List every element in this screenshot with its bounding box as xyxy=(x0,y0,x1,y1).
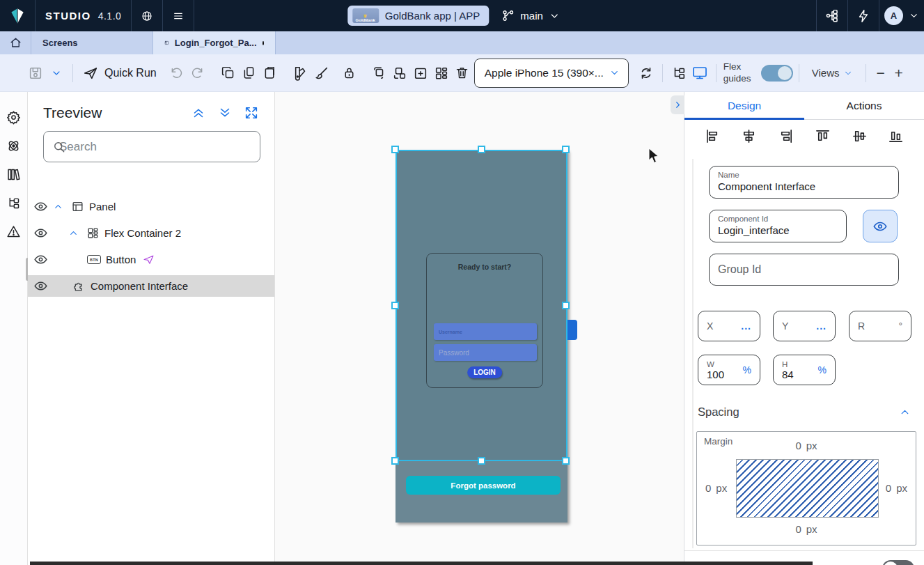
align-center-vertical-button[interactable] xyxy=(851,127,868,144)
settings-rail-button[interactable] xyxy=(6,109,22,125)
spacing-section-header[interactable]: Spacing xyxy=(698,405,911,419)
zoom-in-button[interactable]: + xyxy=(890,65,908,82)
configured-attributes-toggle[interactable] xyxy=(882,560,914,565)
margin-right-value[interactable]: 0px xyxy=(886,482,907,494)
login-card[interactable]: Ready to start? Username Password LOGIN xyxy=(426,253,543,388)
chevron-up-icon[interactable] xyxy=(68,228,79,238)
library-rail-button[interactable] xyxy=(6,166,22,183)
language-button[interactable] xyxy=(132,0,162,31)
warnings-rail-button[interactable] xyxy=(6,223,22,240)
y-field[interactable]: Y ... xyxy=(773,311,836,341)
copy-button[interactable] xyxy=(218,63,239,84)
selection-handle-w[interactable] xyxy=(391,302,399,309)
treeview-toggle-button[interactable] xyxy=(668,63,689,84)
chevron-up-icon[interactable] xyxy=(899,406,911,418)
redo-button[interactable] xyxy=(187,63,208,84)
name-field[interactable]: Name Component Interface xyxy=(709,166,899,199)
selected-component-interface[interactable]: Ready to start? Username Password LOGIN xyxy=(396,150,567,461)
integrations-button[interactable] xyxy=(817,0,847,31)
tab-actions[interactable]: Actions xyxy=(804,92,924,119)
align-center-horizontal-button[interactable] xyxy=(741,127,758,144)
branch-selector[interactable]: main xyxy=(501,9,560,22)
visibility-eye-icon[interactable] xyxy=(33,199,48,214)
width-field[interactable]: W 100 % xyxy=(698,355,760,385)
expand-panel-button[interactable] xyxy=(244,105,259,121)
align-right-button[interactable] xyxy=(778,127,794,144)
paste-button[interactable] xyxy=(260,63,281,84)
tab-design[interactable]: Design xyxy=(684,92,804,119)
forgot-password-button[interactable]: Forgot password xyxy=(406,476,561,495)
chevron-up-icon[interactable] xyxy=(53,201,63,212)
tree-item-panel[interactable]: Panel xyxy=(28,196,274,217)
search-input[interactable] xyxy=(59,132,275,162)
tree-item-button[interactable]: BTN Button xyxy=(28,249,274,270)
theme-styles-button[interactable] xyxy=(290,63,311,84)
studio-logo[interactable] xyxy=(0,0,35,31)
save-options-button[interactable] xyxy=(46,63,67,84)
home-button[interactable] xyxy=(0,31,31,54)
ungroup-button[interactable] xyxy=(389,63,410,84)
zoom-out-button[interactable]: − xyxy=(872,65,890,82)
phone-screen-mockup[interactable]: Forgot password Ready to start? Username… xyxy=(396,150,567,523)
align-left-button[interactable] xyxy=(704,127,721,144)
treeview-title: Treeview xyxy=(43,105,102,121)
treeview-search[interactable] xyxy=(43,131,260,162)
margin-left-value[interactable]: 0px xyxy=(705,482,727,494)
collapse-all-button[interactable] xyxy=(191,105,206,121)
save-button[interactable] xyxy=(25,63,46,84)
selection-handle-e[interactable] xyxy=(562,302,570,309)
add-container-button[interactable] xyxy=(410,63,431,84)
undo-button[interactable] xyxy=(166,63,187,84)
refresh-button[interactable] xyxy=(636,63,657,84)
format-painter-button[interactable] xyxy=(311,63,332,84)
collapse-inspector-button[interactable] xyxy=(671,95,684,114)
inspector-scrollbar-track[interactable] xyxy=(692,159,694,548)
expand-all-button[interactable] xyxy=(217,105,233,121)
tab-screens[interactable]: Screens xyxy=(31,31,153,54)
visibility-eye-icon[interactable] xyxy=(33,252,48,267)
height-field[interactable]: H 84 % xyxy=(773,355,836,385)
margin-bottom-value[interactable]: 0px xyxy=(795,523,817,535)
device-selector[interactable]: Apple iPhone 15 (390×... xyxy=(474,59,629,88)
group-button[interactable] xyxy=(368,63,389,84)
preview-monitor-button[interactable] xyxy=(689,63,710,84)
selection-handle-s[interactable] xyxy=(478,457,485,465)
tree-item-component-interface[interactable]: Component Interface xyxy=(28,275,274,297)
group-id-field[interactable]: Group Id xyxy=(709,254,899,286)
tree-item-flex-container[interactable]: Flex Container 2 xyxy=(28,222,274,244)
password-field[interactable]: Password xyxy=(434,344,537,361)
selection-handle-n[interactable] xyxy=(478,146,485,153)
x-field[interactable]: X ... xyxy=(698,311,760,341)
views-dropdown[interactable]: Views xyxy=(812,67,853,79)
duplicate-button[interactable] xyxy=(239,63,260,84)
components-rail-button[interactable] xyxy=(6,137,22,154)
quick-run-button[interactable]: Quick Run xyxy=(83,65,157,81)
visibility-eye-icon[interactable] xyxy=(33,226,48,240)
warning-icon xyxy=(6,224,21,239)
margin-top-value[interactable]: 0px xyxy=(795,440,817,451)
tab-login-forgot[interactable]: Login_Forgot_Pa... xyxy=(153,31,276,54)
login-button[interactable]: LOGIN xyxy=(467,366,502,378)
app-selector-button[interactable]: ♛ GoldBank GoldBank app | APP xyxy=(347,6,490,26)
main-menu-button[interactable] xyxy=(163,0,194,31)
component-visibility-button[interactable] xyxy=(863,210,898,242)
treeview-rail-button[interactable] xyxy=(6,194,22,211)
design-canvas[interactable]: Forgot password Ready to start? Username… xyxy=(275,92,684,565)
component-id-field[interactable]: Component Id Login_interface xyxy=(709,210,847,242)
selection-handle-sw[interactable] xyxy=(391,457,399,465)
flex-guides-toggle[interactable] xyxy=(761,65,793,82)
selection-handle-nw[interactable] xyxy=(391,146,399,153)
quick-actions-button[interactable] xyxy=(848,0,879,31)
align-top-button[interactable] xyxy=(814,127,831,144)
selection-handle-se[interactable] xyxy=(562,457,570,465)
align-bottom-button[interactable] xyxy=(888,127,905,144)
username-field[interactable]: Username xyxy=(434,323,537,340)
selection-handle-ne[interactable] xyxy=(562,146,570,153)
lock-button[interactable] xyxy=(339,63,360,84)
layout-grid-button[interactable] xyxy=(431,63,452,84)
delete-button[interactable] xyxy=(452,63,473,84)
flex-drag-grip[interactable] xyxy=(567,320,577,340)
rotation-field[interactable]: R ° xyxy=(849,311,911,341)
account-menu[interactable]: A xyxy=(879,0,924,31)
visibility-eye-icon[interactable] xyxy=(33,279,48,293)
